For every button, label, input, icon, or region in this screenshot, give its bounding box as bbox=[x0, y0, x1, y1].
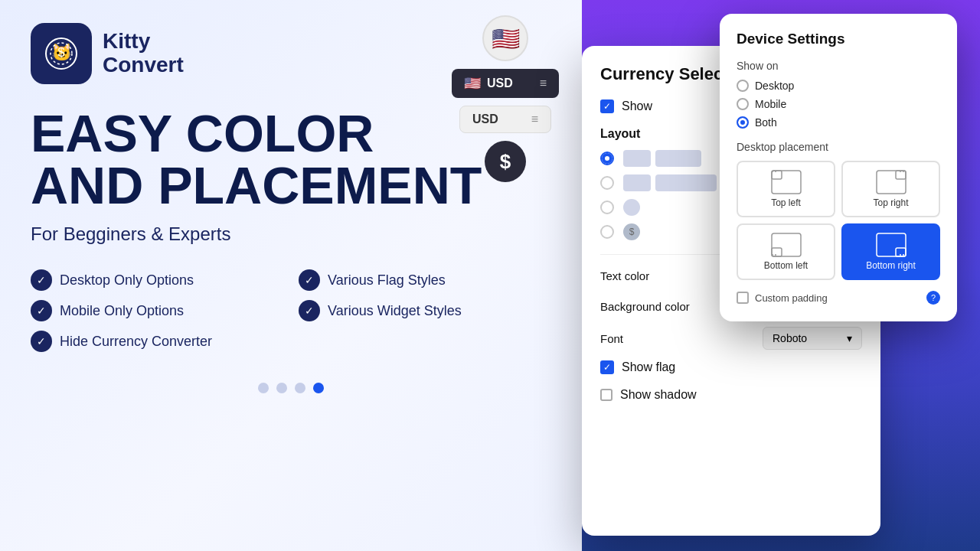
svg-point-10 bbox=[900, 171, 901, 172]
dot-4[interactable] bbox=[313, 383, 324, 393]
layout-preview-3 bbox=[623, 199, 640, 216]
placement-bottom-left-label: Bottom left bbox=[764, 260, 808, 271]
device-panel-title: Device Settings bbox=[737, 31, 940, 47]
placement-top-right-label: Top right bbox=[873, 197, 908, 208]
feature-item-4: ✓ Various Widget Styles bbox=[299, 300, 551, 321]
show-shadow-checkbox[interactable] bbox=[600, 389, 612, 401]
check-icon-1: ✓ bbox=[31, 269, 52, 291]
placement-top-left[interactable]: Top left bbox=[737, 161, 835, 217]
svg-point-7 bbox=[775, 171, 776, 172]
layout-radio-1[interactable] bbox=[600, 152, 614, 165]
custom-padding-checkbox[interactable] bbox=[737, 292, 749, 304]
layout-radio-4[interactable] bbox=[600, 225, 614, 239]
widget-bar-dark-preview: 🇺🇸 USD ≡ bbox=[452, 69, 559, 98]
feature-item-1: ✓ Desktop Only Options bbox=[31, 269, 283, 291]
svg-point-19 bbox=[903, 254, 904, 256]
placement-label: Desktop placement bbox=[737, 141, 940, 153]
svg-text:$: $ bbox=[58, 46, 65, 59]
left-panel: 🐱 $ Kitty Convert EASY COLOR AND PLACEME… bbox=[0, 0, 582, 551]
show-on-radio-group: Desktop Mobile Both bbox=[737, 80, 940, 129]
chevron-down-icon: ▾ bbox=[847, 332, 852, 344]
layout-block-3a bbox=[623, 199, 640, 216]
dot-2[interactable] bbox=[276, 383, 287, 393]
check-icon-2: ✓ bbox=[299, 269, 320, 291]
radio-item-mobile: Mobile bbox=[737, 98, 940, 110]
show-flag-row: ✓ Show flag bbox=[600, 360, 862, 374]
dot-3[interactable] bbox=[295, 383, 305, 393]
widget-bar-light-preview: USD ≡ bbox=[459, 106, 551, 133]
layout-block-2b bbox=[655, 174, 717, 191]
radio-item-desktop: Desktop bbox=[737, 80, 940, 92]
svg-rect-13 bbox=[772, 248, 782, 256]
logo-text: Kitty Convert bbox=[103, 30, 184, 77]
radio-mobile-label: Mobile bbox=[755, 98, 786, 110]
svg-point-6 bbox=[772, 171, 773, 172]
dot-1[interactable] bbox=[258, 383, 269, 393]
feature-item-3: ✓ Mobile Only Options bbox=[31, 300, 283, 321]
currency-label-dark: USD bbox=[487, 77, 513, 90]
layout-radio-3[interactable] bbox=[600, 201, 614, 214]
feature-item-5: ✓ Hide Currency Converter bbox=[31, 331, 283, 352]
font-select[interactable]: Roboto ▾ bbox=[763, 327, 862, 350]
placement-grid: Top left Top right Bottom left bbox=[737, 161, 940, 280]
layout-block-2a bbox=[623, 174, 651, 191]
feature-item-2: ✓ Various Flag Styles bbox=[299, 269, 551, 291]
info-icon[interactable]: ? bbox=[926, 291, 940, 305]
layout-radio-2[interactable] bbox=[600, 176, 614, 190]
carousel-dots bbox=[31, 383, 551, 393]
check-icon-5: ✓ bbox=[31, 331, 52, 352]
feature-label-3: Mobile Only Options bbox=[60, 303, 184, 319]
device-settings-panel: Device Settings Show on Desktop Mobile B… bbox=[720, 14, 957, 321]
bg-color-label: Background color bbox=[600, 300, 690, 313]
dollar-circle-preview: $ bbox=[485, 141, 526, 182]
layout-preview-4: $ bbox=[623, 223, 640, 240]
font-value: Roboto bbox=[773, 332, 807, 344]
placement-bottom-left[interactable]: Bottom left bbox=[737, 223, 835, 280]
custom-padding-label: Custom padding bbox=[755, 292, 828, 304]
placement-top-right[interactable]: Top right bbox=[841, 161, 940, 217]
feature-label-1: Desktop Only Options bbox=[60, 272, 194, 289]
svg-rect-5 bbox=[772, 171, 782, 179]
svg-rect-12 bbox=[772, 233, 801, 256]
show-flag-label: Show flag bbox=[622, 360, 675, 374]
feature-label-5: Hide Currency Converter bbox=[60, 334, 212, 350]
logo-icon: 🐱 $ bbox=[31, 23, 92, 84]
custom-padding-row: Custom padding ? bbox=[737, 291, 940, 305]
radio-mobile[interactable] bbox=[737, 98, 749, 110]
placement-bottom-right-label: Bottom right bbox=[866, 260, 916, 271]
show-shadow-row: Show shadow bbox=[600, 388, 862, 402]
feature-label-4: Various Widget Styles bbox=[328, 303, 462, 319]
layout-preview-1 bbox=[623, 150, 701, 167]
flag-circle-preview: 🇺🇸 bbox=[482, 15, 528, 61]
radio-desktop[interactable] bbox=[737, 80, 749, 92]
show-flag-checkbox[interactable]: ✓ bbox=[600, 360, 614, 374]
radio-both[interactable] bbox=[737, 116, 749, 129]
svg-rect-8 bbox=[877, 171, 906, 194]
svg-point-11 bbox=[903, 171, 904, 172]
radio-desktop-label: Desktop bbox=[755, 80, 794, 92]
radio-both-label: Both bbox=[755, 116, 777, 129]
layout-block-1a bbox=[623, 150, 651, 167]
check-icon-3: ✓ bbox=[31, 300, 52, 321]
currency-label-light: USD bbox=[472, 112, 498, 126]
svg-point-14 bbox=[772, 254, 773, 256]
placement-top-left-label: Top left bbox=[771, 197, 801, 208]
font-label: Font bbox=[600, 332, 623, 345]
placement-bottom-right[interactable]: Bottom right bbox=[841, 223, 940, 280]
text-color-label: Text color bbox=[600, 269, 649, 282]
check-icon-4: ✓ bbox=[299, 300, 320, 321]
show-label: Show bbox=[622, 99, 652, 113]
feature-label-2: Various Flag Styles bbox=[328, 272, 446, 289]
show-shadow-label: Show shadow bbox=[620, 388, 697, 402]
svg-rect-16 bbox=[877, 233, 906, 256]
font-row: Font Roboto ▾ bbox=[600, 327, 862, 350]
sub-heading: For Begginers & Experts bbox=[31, 223, 551, 245]
show-on-label: Show on bbox=[737, 60, 940, 72]
layout-preview-2 bbox=[623, 174, 717, 191]
widget-preview-area: 🇺🇸 🇺🇸 USD ≡ USD ≡ $ bbox=[452, 15, 559, 182]
show-checkbox[interactable]: ✓ bbox=[600, 99, 614, 113]
features-grid: ✓ Desktop Only Options ✓ Various Flag St… bbox=[31, 269, 551, 352]
svg-point-18 bbox=[900, 254, 901, 256]
layout-block-1b bbox=[655, 150, 701, 167]
svg-point-15 bbox=[775, 254, 776, 256]
